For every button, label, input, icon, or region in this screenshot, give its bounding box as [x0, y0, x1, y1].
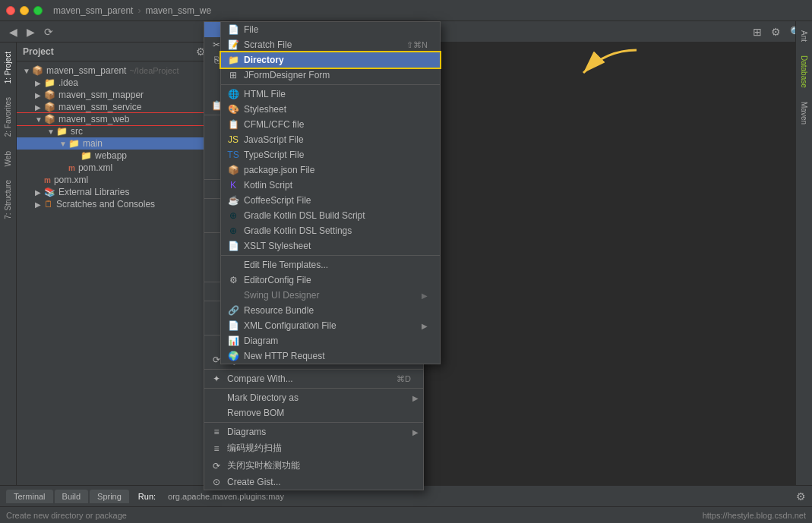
- submenu-sep-2: [221, 255, 440, 256]
- submenu-item-package-json[interactable]: 📦 package.json File: [221, 162, 440, 178]
- submenu-item-gradle-kotlin-settings[interactable]: ⊕ Gradle Kotlin DSL Settings: [221, 223, 440, 238]
- run-tab-run[interactable]: Run:: [131, 490, 163, 503]
- tree-item-webapp[interactable]: 📁 webapp: [17, 150, 221, 162]
- submenu-item-cfml[interactable]: 📋 CFML/CFC file: [221, 117, 440, 132]
- bottom-bar: Create new directory or package https://…: [0, 506, 812, 523]
- diagram-icon: 📊: [227, 336, 239, 346]
- tree-label: maven_ssm_service: [58, 102, 141, 112]
- bottom-url: https://hestyle.blog.csdn.net: [703, 511, 806, 520]
- tree-item-pom-web[interactable]: m pom.xml: [17, 162, 221, 174]
- run-tab-spring[interactable]: Spring: [90, 490, 129, 503]
- project-breadcrumb-2: maven_ssm_we: [145, 5, 211, 16]
- tree-label: maven_ssm_web: [58, 114, 129, 124]
- run-settings-icon[interactable]: ⚙: [796, 490, 806, 503]
- tree-label: pom.xml: [78, 162, 112, 173]
- submenu-item-scratch-file[interactable]: 📝 Scratch File ⇧⌘N: [221, 37, 440, 52]
- submenu-item-kotlin[interactable]: K Kotlin Script: [221, 178, 440, 193]
- close-button[interactable]: [6, 6, 15, 15]
- submenu-item-xslt[interactable]: 📄 XSLT Stylesheet: [221, 238, 440, 254]
- submenu-item-gradle-kotlin-dsl[interactable]: ⊕ Gradle Kotlin DSL Build Script: [221, 208, 440, 223]
- right-tab-ant[interactable]: Ant: [798, 24, 810, 48]
- submenu-item-coffeescript[interactable]: ☕ CoffeeScript File: [221, 193, 440, 208]
- separator-10: [204, 422, 423, 423]
- submenu-item-resource-bundle[interactable]: 🔗 Resource Bundle: [221, 303, 440, 318]
- ts-icon: TS: [227, 150, 239, 160]
- separator-9: [204, 388, 423, 389]
- menu-item-mark-directory[interactable]: Mark Directory as: [204, 390, 423, 405]
- run-tab-build[interactable]: Build: [55, 490, 88, 503]
- submenu-item-css[interactable]: 🎨 Stylesheet: [221, 102, 440, 117]
- tree-item-src[interactable]: ▼ 📁 src: [17, 125, 221, 137]
- editorconfig-icon: ⚙: [227, 275, 239, 285]
- sidebar-item-project[interactable]: 1: Project: [2, 46, 14, 90]
- scratch-file-icon: 📝: [227, 39, 239, 50]
- maximize-button[interactable]: [33, 6, 43, 15]
- http-request-icon: 🌍: [227, 351, 239, 361]
- sidebar-item-favorites[interactable]: 2: Favorites: [2, 91, 14, 143]
- project-tree: ▼ 📦 maven_ssm_parent ~/IdeaProject ▶ 📁 .…: [17, 61, 221, 506]
- js-icon: JS: [227, 134, 239, 145]
- run-content: org.apache.maven.plugins:may: [168, 492, 284, 501]
- tree-item-maven-ssm-parent[interactable]: ▼ 📦 maven_ssm_parent ~/IdeaProject: [17, 65, 221, 77]
- toolbar-layout[interactable]: ⊞: [750, 24, 765, 39]
- gradle-icon: ⊕: [227, 210, 239, 221]
- directory-icon: 📁: [227, 55, 239, 65]
- left-sidebar-tabs: 1: Project 2: Favorites Web 7: Structure: [0, 43, 17, 506]
- submenu-item-http-request[interactable]: 🌍 New HTTP Request: [221, 348, 440, 364]
- submenu-item-jform[interactable]: ⊞ JFormDesigner Form: [221, 68, 440, 83]
- tree-item-external-libs[interactable]: ▶ 📚 External Libraries: [17, 186, 221, 198]
- jform-icon: ⊞: [227, 70, 239, 80]
- run-tab-terminal[interactable]: Terminal: [6, 490, 53, 503]
- traffic-lights[interactable]: [6, 6, 43, 15]
- tree-label: webapp: [95, 150, 127, 161]
- title-bar-text: maven_ssm_parent › maven_ssm_we: [53, 5, 806, 16]
- tree-label: .idea: [58, 77, 78, 88]
- gradle-settings-icon: ⊕: [227, 225, 239, 236]
- menu-item-realtime-check[interactable]: ⟳ 关闭实时检测功能: [204, 457, 423, 474]
- submenu-item-xml-config[interactable]: 📄 XML Configuration File ▶: [221, 318, 440, 333]
- separator-8: [204, 369, 423, 370]
- toolbar-settings[interactable]: ⚙: [768, 24, 784, 39]
- cfml-icon: 📋: [227, 119, 239, 130]
- submenu-item-edit-templates[interactable]: Edit File Templates...: [221, 257, 440, 273]
- tree-label: main: [83, 138, 103, 149]
- submenu-item-file[interactable]: 📄 File: [221, 22, 440, 37]
- xml-icon: 📄: [227, 320, 239, 331]
- submenu-item-diagram[interactable]: 📊 Diagram: [221, 333, 440, 348]
- submenu-item-html[interactable]: 🌐 HTML File: [221, 87, 440, 102]
- sidebar-item-structure[interactable]: 7: Structure: [2, 174, 14, 225]
- submenu-sep-1: [221, 84, 440, 85]
- submenu-item-js[interactable]: JS JavaScript File: [221, 132, 440, 147]
- submenu-item-swing[interactable]: Swing UI Designer ▶: [221, 288, 440, 303]
- tree-item-scratches[interactable]: ▶ 🗒 Scratches and Consoles: [17, 198, 221, 210]
- menu-item-compare[interactable]: ✦ Compare With... ⌘D: [204, 371, 423, 386]
- right-tab-database[interactable]: Database: [798, 49, 810, 94]
- html-icon: 🌐: [227, 89, 239, 99]
- toolbar-forward[interactable]: ▶: [24, 24, 38, 39]
- submenu-new: 📄 File 📝 Scratch File ⇧⌘N 📁 Directory ⊞ …: [220, 21, 441, 364]
- menu-item-create-gist[interactable]: ⊙ Create Gist...: [204, 474, 423, 490]
- submenu-item-editorconfig[interactable]: ⚙ EditorConfig File: [221, 273, 440, 288]
- menu-item-diagrams[interactable]: ≡ Diagrams: [204, 424, 423, 440]
- kotlin-icon: K: [227, 180, 239, 191]
- bottom-status-text: Create new directory or package: [6, 511, 127, 520]
- toolbar-refresh[interactable]: ⟳: [41, 24, 56, 39]
- toolbar-back[interactable]: ◀: [6, 24, 21, 39]
- right-tab-maven[interactable]: Maven: [798, 96, 810, 131]
- submenu-item-ts[interactable]: TS TypeScript File: [221, 147, 440, 162]
- tree-item-web[interactable]: ▼ 📦 maven_ssm_web: [17, 113, 221, 125]
- right-toolbar: Ant Database Maven: [795, 21, 812, 506]
- css-icon: 🎨: [227, 104, 239, 115]
- minimize-button[interactable]: [20, 6, 29, 15]
- tree-item-mapper[interactable]: ▶ 📦 maven_ssm_mapper: [17, 89, 221, 101]
- tree-item-main[interactable]: ▼ 📁 main: [17, 137, 221, 150]
- tree-item-service[interactable]: ▶ 📦 maven_ssm_service: [17, 101, 221, 113]
- package-json-icon: 📦: [227, 165, 239, 175]
- tree-item-pom-root[interactable]: m pom.xml: [17, 174, 221, 186]
- menu-item-remove-bom[interactable]: Remove BOM: [204, 405, 423, 421]
- menu-item-encoding-check[interactable]: ≡ 编码规约扫描: [204, 440, 423, 457]
- submenu-item-directory[interactable]: 📁 Directory: [221, 52, 440, 68]
- tree-item-idea[interactable]: ▶ 📁 .idea: [17, 77, 221, 89]
- tree-label: External Libraries: [58, 187, 129, 197]
- sidebar-item-web[interactable]: Web: [2, 145, 14, 172]
